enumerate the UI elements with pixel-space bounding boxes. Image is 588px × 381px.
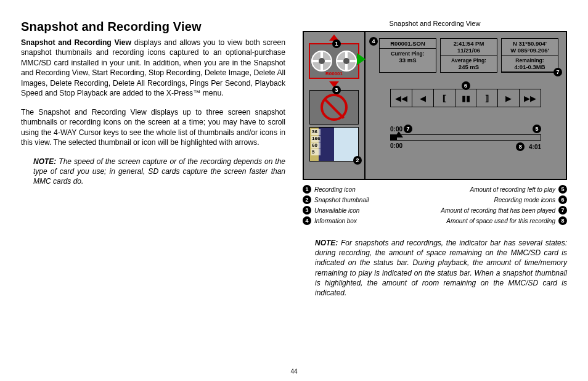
pause-icon: ▮▮: [455, 89, 477, 107]
figure-legend: 1Recording icon 2Snapshot thumbnail 3Una…: [303, 185, 567, 227]
paragraph-1: Snapshot and Recording View displays and…: [21, 38, 285, 99]
snapshot-scale: 36166605: [311, 129, 321, 156]
unavailable-thumbnail: 3: [309, 90, 359, 125]
thumbnail-strip: R00001 1 3 36166605 2: [304, 32, 365, 179]
note-2-label: NOTE:: [315, 239, 338, 247]
progress-area: 0:007 5 0:00 8 4:01: [390, 125, 541, 151]
left-column: Snapshot and Recording View Snapshot and…: [21, 20, 285, 353]
arrow-right-icon: [357, 53, 365, 65]
right-column: Snapshot and Recording View R00001 1: [303, 20, 567, 353]
record-stop-icon: ⟧: [476, 89, 498, 107]
recording-thumbnail: R00001 1: [309, 43, 359, 79]
info-boxes: R00001.SON Current Ping:33 mS 2:41:54 PM…: [379, 38, 558, 73]
note-1-label: NOTE:: [33, 157, 56, 166]
progress-handle-icon: [394, 131, 403, 137]
callout-badge-2: 2: [353, 156, 362, 165]
callout-badge-1: 1: [332, 39, 341, 48]
lead-bold: Snapshot and Recording View: [21, 38, 131, 47]
rewind-fast-icon: ◀◀: [391, 89, 412, 107]
page-number: 44: [0, 368, 588, 375]
legend-left: 1Recording icon 2Snapshot thumbnail 3Una…: [303, 185, 369, 227]
forward-fast-icon: ▶▶: [520, 89, 541, 107]
time-right: 4:01: [529, 144, 541, 150]
playback-controls: ◀◀ ◀ ⟦ ▮▮ ⟧ ▶ ▶▶: [390, 89, 541, 107]
play-icon: ▶: [498, 89, 520, 107]
info-time: 2:41:54 PM11/21/06 Average Ping:245 mS: [440, 38, 497, 73]
callout-badge-4: 4: [369, 37, 378, 46]
rewind-icon: ◀: [412, 89, 434, 107]
time-left-bot: 0:00: [390, 142, 402, 151]
callout-badge-7: 7: [553, 68, 562, 76]
note-2-body: For snapshots and recordings, the indica…: [315, 239, 567, 297]
progress-bar: [390, 134, 541, 141]
recording-name: R00001: [310, 71, 358, 76]
note-1: NOTE: The speed of the screen capture or…: [21, 157, 285, 187]
callout-badge-3: 3: [332, 86, 341, 94]
reel-icon: [311, 51, 332, 72]
device-main: 4 R00001.SON Current Ping:33 mS 2:41:54 …: [365, 32, 566, 179]
record-start-icon: ⟦: [434, 89, 455, 107]
info-file: R00001.SON Current Ping:33 mS: [379, 38, 436, 73]
callout-badge-5: 5: [533, 125, 541, 133]
snapshot-thumbnail: 36166605 2: [309, 127, 359, 162]
section-heading: Snapshot and Recording View: [21, 20, 285, 34]
legend-right: Amount of recording left to play5 Record…: [441, 185, 567, 227]
info-pos: N 31°50.904'W 085°09.206' Remaining:4:01…: [501, 38, 558, 73]
para1-rest: displays and allows you to view both scr…: [21, 38, 285, 97]
paragraph-2: The Snapshot and Recording View displays…: [21, 107, 285, 148]
reel-icon: [336, 51, 357, 72]
callout-badge-8: 8: [516, 142, 525, 151]
note-2: NOTE: For snapshots and recordings, the …: [303, 238, 567, 298]
figure-title: Snapshot and Recording View: [303, 20, 567, 27]
callout-badge-7b: 7: [404, 125, 412, 133]
device-screenshot: R00001 1 3 36166605 2: [303, 31, 567, 180]
unavailable-icon: [321, 94, 348, 121]
callout-badge-6: 6: [462, 81, 470, 90]
note-1-body: The speed of the screen capture or of th…: [33, 157, 285, 186]
manual-page: Snapshot and Recording View Snapshot and…: [0, 0, 588, 381]
